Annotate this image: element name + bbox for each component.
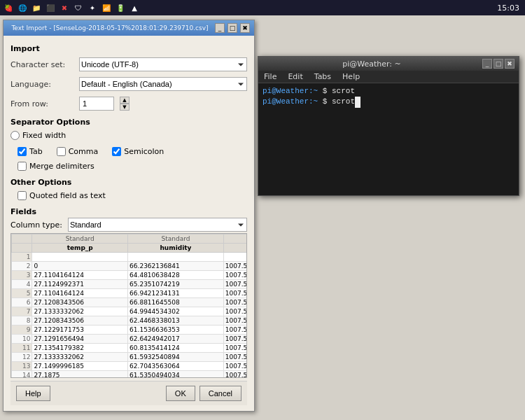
data-cell: 27.1291656494 <box>32 335 128 344</box>
from-row-label: From row: <box>10 99 74 108</box>
row-num-cell: 4 <box>12 280 32 289</box>
globe-icon[interactable]: 🌐 <box>17 2 28 13</box>
up-arrow-icon[interactable]: ▲ <box>129 2 140 13</box>
data-cell: 27.1104164124 <box>32 271 128 280</box>
battery-icon[interactable]: 🔋 <box>115 2 126 13</box>
semicolon-checkbox[interactable] <box>112 147 121 156</box>
quoted-field-label: Quoted field as text <box>29 191 106 200</box>
ok-button[interactable]: OK <box>166 386 195 401</box>
raspberry-icon[interactable]: 🍓 <box>3 2 14 13</box>
data-cell <box>32 253 128 262</box>
column-type-label: Column type: <box>10 220 62 230</box>
merge-row: Merge delimiters <box>18 162 247 171</box>
data-cell: 27.1333332062 <box>32 307 128 316</box>
spinner-up[interactable]: ▲ <box>120 97 130 104</box>
dialog-titlebar: Text Import - [SenseLog-2018-05-17%2018:… <box>4 20 254 36</box>
from-row-row: From row: ▲ ▼ <box>10 97 247 111</box>
data-cell: 62.4468338013 <box>128 316 224 326</box>
taskbar-time: 15:03 <box>497 4 519 13</box>
data-cell: 27.1124992371 <box>32 280 128 289</box>
column-type-select[interactable]: Standard <box>68 218 247 232</box>
data-cell: 1007.50024414 <box>223 316 247 326</box>
close-icon[interactable]: ✖ <box>59 2 70 13</box>
data-cell: 27.1499996185 <box>32 362 128 371</box>
quoted-field-checkbox[interactable] <box>18 191 27 200</box>
terminal-minimize-button[interactable]: _ <box>482 59 492 69</box>
table-body: 12066.23621368411007.525878911.338829455… <box>12 253 248 379</box>
data-cell: 66.2362136841 <box>128 262 224 271</box>
table-row: 1327.149999618562.70435630641007.5369769… <box>12 362 248 371</box>
table-row: 527.110416412466.94212341311007.54003906… <box>12 289 248 298</box>
col-humidity-header: humidity <box>128 244 224 253</box>
row-num-cell: 13 <box>12 362 32 371</box>
table-row: 927.122917175361.15366363531007.50854492… <box>12 326 248 335</box>
folder-icon[interactable]: 📁 <box>31 2 42 13</box>
fields-section: Fields Column type: Standard Standard St… <box>10 204 247 378</box>
table-row: 1 <box>12 253 248 262</box>
shield-icon[interactable]: 🛡 <box>73 2 84 13</box>
wifi-icon[interactable]: 📶 <box>101 2 112 13</box>
data-cell: 27.1208343506 <box>32 316 128 326</box>
data-cell: 27.1333332062 <box>32 353 128 362</box>
data-cell: 1007.51953125 <box>223 371 247 379</box>
col-standard-2: Standard <box>128 234 224 244</box>
maximize-button[interactable]: □ <box>227 23 237 33</box>
terminal-titlebar: pi@Weather: ~ _ □ ✖ <box>258 57 519 71</box>
comma-checkbox[interactable] <box>57 147 66 156</box>
tab-label: Tab <box>29 147 43 156</box>
data-cell: 62.6424942017 <box>128 335 224 344</box>
spinner-down[interactable]: ▼ <box>120 104 130 111</box>
close-button[interactable]: ✖ <box>240 23 250 33</box>
taskbar: 🍓 🌐 📁 ⬛ ✖ 🛡 ✦ 📶 🔋 ▲ 15:03 <box>0 0 525 15</box>
language-row: Language: Default - English (Canada) <box>10 77 247 91</box>
data-cell: 64.4810638428 <box>128 271 224 280</box>
data-cell: 64.9944534302 <box>128 307 224 316</box>
data-cell: 1007.56054688 <box>223 280 247 289</box>
terminal-close-button[interactable]: ✖ <box>505 59 514 69</box>
data-cell <box>223 253 247 262</box>
comma-label: Comma <box>69 147 99 156</box>
terminal-menu-tabs[interactable]: Tabs <box>312 71 334 83</box>
terminal-line-1: pi@Weather:~ $ scrot <box>262 86 514 97</box>
terminal-prompt-2: pi@Weather:~ <box>262 97 318 106</box>
terminal-menu-edit[interactable]: Edit <box>285 71 305 83</box>
terminal-body[interactable]: pi@Weather:~ $ scrot pi@Weather:~ $ scro… <box>258 83 519 195</box>
col-standard-3: Standard <box>223 234 247 244</box>
data-table-container[interactable]: Standard Standard Standard Standard S te… <box>10 233 247 378</box>
data-cell: 66.8811645508 <box>128 298 224 307</box>
dialog-title: Text Import - [SenseLog-2018-05-17%2018:… <box>8 24 212 31</box>
terminal-menu-file[interactable]: File <box>261 71 279 83</box>
row-num-cell: 1 <box>12 253 32 262</box>
data-cell: 27.1875 <box>32 371 128 379</box>
help-button[interactable]: Help <box>16 386 50 401</box>
merge-checkbox[interactable] <box>18 162 27 171</box>
row-num-cell: 14 <box>12 371 32 379</box>
data-cell <box>128 253 224 262</box>
import-section-label: Import <box>10 44 247 53</box>
tab-checkbox[interactable] <box>18 147 27 156</box>
terminal-icon[interactable]: ⬛ <box>45 2 56 13</box>
bluetooth-icon[interactable]: ✦ <box>87 2 98 13</box>
charset-select[interactable]: Unicode (UTF-8) <box>79 57 247 71</box>
from-row-input[interactable] <box>79 97 114 111</box>
row-num-header <box>12 234 32 244</box>
terminal-menu-help[interactable]: Help <box>340 71 363 83</box>
data-cell: 61.1536636353 <box>128 326 224 335</box>
data-cell: 62.7043563064 <box>128 362 224 371</box>
terminal-maximize-button[interactable]: □ <box>493 59 503 69</box>
other-section-label: Other Options <box>10 178 247 187</box>
comma-row: Comma <box>57 147 99 156</box>
data-cell: 27.1229171753 <box>32 326 128 335</box>
row-num-cell: 12 <box>12 353 32 362</box>
fixed-width-radio[interactable] <box>10 131 20 140</box>
language-select[interactable]: Default - English (Canada) <box>79 77 247 91</box>
cancel-button[interactable]: Cancel <box>200 386 241 401</box>
col-pressure-header: pressure <box>223 244 247 253</box>
minimize-button[interactable]: _ <box>215 23 225 33</box>
data-cell: 1007.52587891 <box>223 262 247 271</box>
data-cell: 1007.50854492 <box>223 326 247 335</box>
table-row: 1127.135417938260.81354141241007.5129394… <box>12 344 248 353</box>
charset-row: Character set: Unicode (UTF-8) <box>10 57 247 71</box>
row-num-cell: 10 <box>12 335 32 344</box>
table-row: 727.133333206264.99445343021007.52392578… <box>12 307 248 316</box>
